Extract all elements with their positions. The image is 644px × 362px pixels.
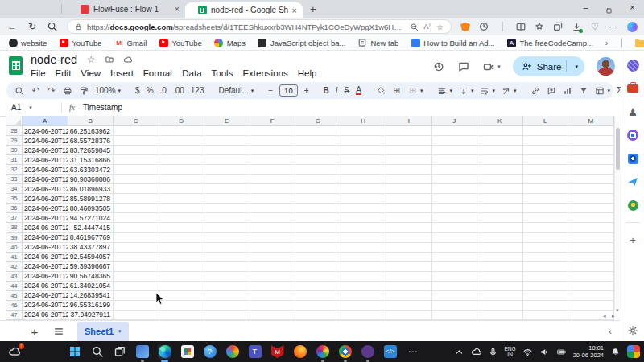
menu-view[interactable]: View <box>76 68 105 78</box>
cell-D46[interactable] <box>159 301 205 311</box>
tracking-prevention-icon[interactable] <box>478 21 489 32</box>
row-header-33[interactable]: 33 <box>6 175 23 184</box>
cell-F38[interactable] <box>250 223 296 232</box>
cell-I46[interactable] <box>386 301 432 311</box>
cell-K42[interactable] <box>477 262 523 272</box>
cell-G39[interactable] <box>295 233 341 243</box>
comments-icon[interactable] <box>457 60 470 73</box>
cell-F45[interactable] <box>250 291 296 301</box>
striped-extension-icon[interactable] <box>626 59 639 72</box>
insert-chart-icon[interactable] <box>563 86 572 96</box>
cell-M47[interactable] <box>568 311 614 320</box>
cell-H38[interactable] <box>341 223 387 232</box>
cell-F36[interactable] <box>250 204 296 213</box>
cell-L42[interactable] <box>523 262 569 272</box>
meet-camera-icon[interactable] <box>482 60 495 73</box>
cell-K44[interactable] <box>477 282 523 291</box>
cell-L44[interactable] <box>523 282 569 291</box>
cell-J41[interactable] <box>432 253 478 262</box>
decrease-font-size-button[interactable]: − <box>268 86 273 95</box>
lock-icon[interactable] <box>74 23 83 31</box>
cell-M37[interactable] <box>568 213 614 223</box>
cell-L37[interactable] <box>523 213 569 223</box>
tree-addon-icon[interactable] <box>626 199 639 212</box>
menu-insert[interactable]: Insert <box>105 68 138 78</box>
cell-M42[interactable] <box>568 262 614 272</box>
cell-I47[interactable] <box>386 311 432 320</box>
cell-H47[interactable] <box>341 311 387 320</box>
cell-K40[interactable] <box>477 243 523 253</box>
gimp-app-icon[interactable] <box>361 345 374 359</box>
column-header-D[interactable]: D <box>159 116 205 126</box>
cell-I41[interactable] <box>386 253 432 262</box>
favorites-icon[interactable] <box>534 21 545 32</box>
camera-app-icon[interactable] <box>225 345 239 359</box>
photos-app-icon[interactable] <box>135 345 149 359</box>
dropdown-icon[interactable]: ▾ <box>449 88 452 94</box>
restore-button[interactable] <box>597 2 621 16</box>
cell-J40[interactable] <box>432 243 478 253</box>
scrollbar-thumb[interactable] <box>616 128 620 170</box>
cell-A28[interactable]: 2024-06-20T12:2 <box>23 126 68 136</box>
cell-F35[interactable] <box>250 194 296 204</box>
row-header-39[interactable]: 39 <box>6 233 23 243</box>
cell-B32[interactable]: 63.63303472 <box>68 165 114 175</box>
cell-K39[interactable] <box>477 233 523 243</box>
cell-C36[interactable] <box>114 204 159 213</box>
cell-F28[interactable] <box>250 126 296 136</box>
document-title[interactable]: node-red <box>31 53 77 66</box>
cell-I34[interactable] <box>386 184 432 194</box>
cell-L38[interactable] <box>523 223 569 232</box>
cell-J44[interactable] <box>432 282 478 291</box>
all-sheets-icon[interactable] <box>53 326 64 337</box>
cell-C45[interactable] <box>114 291 159 301</box>
meet-dropdown-icon[interactable]: ▾ <box>497 64 501 70</box>
text-wrap-icon[interactable]: ▾ <box>480 86 495 96</box>
cell-H36[interactable] <box>341 204 387 213</box>
color-wheel-app-icon[interactable] <box>316 345 329 359</box>
cell-B47[interactable]: 37.94927911 <box>68 311 114 320</box>
cell-C28[interactable] <box>114 126 159 136</box>
cell-B34[interactable]: 86.01896933 <box>68 184 114 194</box>
cell-J42[interactable] <box>432 262 478 272</box>
font-size-value-button[interactable]: 10 <box>279 84 298 97</box>
cell-J36[interactable] <box>432 204 478 213</box>
cell-E42[interactable] <box>204 262 250 272</box>
cell-A47[interactable]: 2024-06-20T12:2 <box>23 311 68 320</box>
cell-E39[interactable] <box>204 233 250 243</box>
mcafee-icon[interactable]: M <box>270 345 284 359</box>
menu-help[interactable]: Help <box>293 68 322 78</box>
cell-B45[interactable]: 14.26839541 <box>68 291 114 301</box>
menu-data[interactable]: Data <box>177 68 206 78</box>
cell-H41[interactable] <box>341 253 387 262</box>
cell-F42[interactable] <box>250 262 296 272</box>
cell-G35[interactable] <box>295 194 341 204</box>
cell-I35[interactable] <box>386 194 432 204</box>
column-header-I[interactable]: I <box>386 116 432 126</box>
cell-I28[interactable] <box>386 126 432 136</box>
cell-A39[interactable]: 2024-06-20T12:2 <box>23 233 68 243</box>
cell-L40[interactable] <box>523 243 569 253</box>
cell-G28[interactable] <box>295 126 341 136</box>
cell-F32[interactable] <box>250 165 296 175</box>
formula-input[interactable]: Timestamp <box>83 103 122 112</box>
cell-E36[interactable] <box>204 204 250 213</box>
cell-C43[interactable] <box>114 272 159 282</box>
cell-H34[interactable] <box>341 184 387 194</box>
horizontal-align-icon[interactable]: ▾ <box>437 86 452 96</box>
column-header-K[interactable]: K <box>477 116 523 126</box>
column-header-L[interactable]: L <box>523 116 569 126</box>
cell-E43[interactable] <box>204 272 250 282</box>
bookmark-item[interactable]: YouTube <box>159 38 201 47</box>
format-currency-button[interactable]: $ <box>135 86 140 95</box>
row-header-36[interactable]: 36 <box>6 204 23 213</box>
cell-I37[interactable] <box>386 213 432 223</box>
cell-I42[interactable] <box>386 262 432 272</box>
hidden-icons-chevron-icon[interactable] <box>454 347 464 357</box>
cell-K33[interactable] <box>477 175 523 184</box>
bookmark-item[interactable]: New tab <box>357 38 398 47</box>
cell-L32[interactable] <box>523 165 569 175</box>
cell-K47[interactable] <box>477 311 523 320</box>
cell-A31[interactable]: 2024-06-20T12:2 <box>23 155 68 165</box>
row-header-43[interactable]: 43 <box>6 272 23 282</box>
